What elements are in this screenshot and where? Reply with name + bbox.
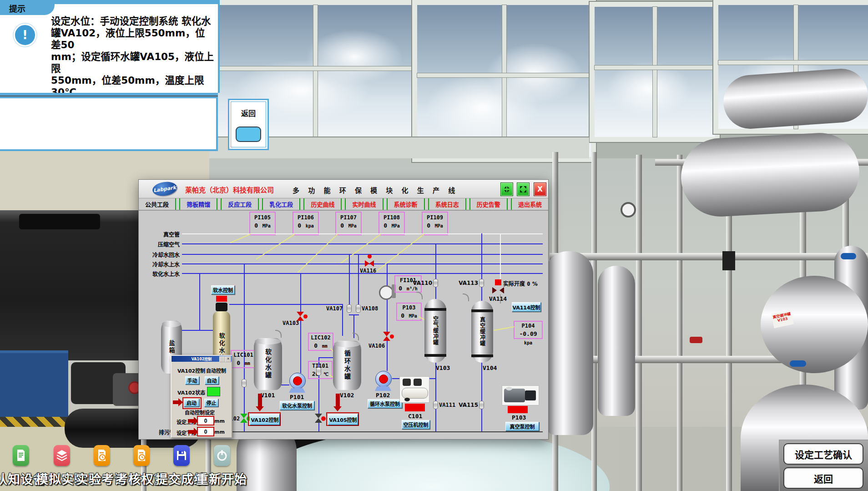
pump-P102 xyxy=(374,370,392,391)
menu-separator xyxy=(341,198,346,210)
toolbar-icon-exam[interactable] xyxy=(94,445,110,466)
vertical-tank xyxy=(598,266,635,416)
tab-realtime-curve[interactable]: 实时曲线 xyxy=(346,198,382,210)
pipe xyxy=(181,330,214,331)
process-confirm-button[interactable]: 设定工艺确认 xyxy=(783,443,863,465)
salt-tank-label: 盐箱 xyxy=(167,340,176,354)
upper-limit-input[interactable] xyxy=(197,416,214,425)
valve-VA108[interactable] xyxy=(356,304,361,313)
stop-button[interactable]: 停止 xyxy=(204,399,218,407)
document-icon xyxy=(16,449,26,462)
status-label: VA102状态 xyxy=(177,389,205,396)
popup-close-button[interactable]: x xyxy=(225,356,231,362)
tab-history-alarm[interactable]: 历史告警 xyxy=(470,198,507,210)
lower-limit-input[interactable] xyxy=(197,427,214,436)
tab-reaction-section[interactable]: 反应工段 xyxy=(222,198,258,210)
toolbar-icon-submit[interactable] xyxy=(173,445,190,466)
tank-vent xyxy=(353,333,359,340)
tab-sieve-distillation[interactable]: 筛板精馏 xyxy=(180,198,217,210)
expand-window-button[interactable] xyxy=(517,182,530,196)
blue-valve-handle xyxy=(841,253,856,259)
va105-control-button[interactable]: VA105控制 xyxy=(328,414,358,425)
company-name: 莱帕克（北京）科技有限公司 xyxy=(185,185,274,194)
production-line-title: 多 功 能 环 保 模 块 化 生 产 线 xyxy=(293,185,458,195)
tab-exit-system[interactable]: 退出系统 xyxy=(512,198,548,210)
menu-separator xyxy=(217,198,222,210)
toolbar-label[interactable]: 重新开始 xyxy=(187,470,256,487)
va102-popup: VA102控制 x VA102控制 自动控制 手动 自动 VA102状态 启动 … xyxy=(171,355,232,438)
valve-VA116[interactable] xyxy=(365,260,374,267)
tab-emulsify-section[interactable]: 乳化工段 xyxy=(263,198,299,210)
opening-row: 实际开度 0 % xyxy=(503,279,538,287)
valve-VA111[interactable] xyxy=(433,401,438,409)
toolbar-icon-cognize[interactable] xyxy=(13,445,29,466)
valve-indicator xyxy=(303,314,308,319)
valve-VA106[interactable] xyxy=(383,332,390,341)
tab-system-log[interactable]: 系统日志 xyxy=(429,198,465,210)
tank-V101: 软化水罐 xyxy=(254,338,282,390)
floppy-icon xyxy=(176,450,187,461)
menu-separator xyxy=(424,198,429,210)
toolbar-icon-weights[interactable] xyxy=(133,445,150,466)
tab-history-curve[interactable]: 历史曲线 xyxy=(304,198,341,210)
va102-control-frame: VA102控制 xyxy=(248,412,281,426)
va102-control-button[interactable]: VA102控制 xyxy=(250,414,280,425)
valve-VA103[interactable] xyxy=(297,312,304,321)
tab-system-diagnosis[interactable]: 系统诊断 xyxy=(388,198,424,210)
horizontal-buffer-tank xyxy=(679,131,861,218)
valve-VA113[interactable] xyxy=(479,279,484,287)
pipe xyxy=(387,298,388,333)
menu-separator xyxy=(175,198,180,210)
valve-VA110[interactable] xyxy=(433,279,438,287)
red-arrow-down xyxy=(336,394,340,406)
instrument-PI105: PI105 0 MPa xyxy=(249,212,276,235)
menu-separator xyxy=(258,198,263,210)
soft-water-control-button[interactable]: 软水控制 xyxy=(211,285,235,294)
tank-V104-name: 真空缓冲罐 xyxy=(479,317,486,347)
p102-control-button[interactable]: 循环水泵控制 xyxy=(368,399,402,408)
hint-topbar xyxy=(50,0,220,4)
valve-label-VA116: VA116 xyxy=(360,268,376,274)
pipe-label-cool-return: 冷却水回水 xyxy=(151,251,180,258)
valve-VA115[interactable] xyxy=(479,401,484,409)
pipe xyxy=(300,321,301,373)
tank-V103-tag: V103 xyxy=(436,364,450,371)
horizontal-tank-small xyxy=(722,67,868,131)
shrink-window-button[interactable] xyxy=(500,182,513,196)
tank-V101-name: 软化水罐 xyxy=(263,349,273,380)
counter-sink xyxy=(19,214,100,229)
scada-titlebar: Labpark 莱帕克（北京）科技有限公司 多 功 能 环 保 模 块 化 生 … xyxy=(139,180,548,198)
upper-limit-unit: mm xyxy=(214,418,225,424)
valve-VA114[interactable] xyxy=(492,287,504,294)
valve-VA114-actuator xyxy=(495,279,501,285)
column-valve-head xyxy=(216,303,227,311)
p101-control-button[interactable]: 软化水泵控制 xyxy=(280,401,314,410)
valve-VA107[interactable] xyxy=(347,304,352,313)
toolbar-icon-simulate[interactable] xyxy=(54,445,70,466)
pipe xyxy=(244,263,245,415)
valve-indicator xyxy=(390,334,394,339)
screen: 真空缓冲罐 V103 提示 ! 设定水位：手动设定控制系统 软化水 罐VA102… xyxy=(0,0,868,491)
layers-icon xyxy=(56,450,67,461)
auto-set-title: 自动控制设定 xyxy=(185,409,215,416)
instrument-PI107: PI107 0 MPa xyxy=(335,212,362,235)
pipe xyxy=(318,422,319,431)
p103-control-button[interactable]: 真空泵控制 xyxy=(505,422,539,431)
return-box-button[interactable] xyxy=(236,127,261,142)
tab-public-section[interactable]: 公共工段 xyxy=(139,198,175,210)
popup-restore-button[interactable] xyxy=(219,356,225,362)
back-button[interactable]: 返回 xyxy=(783,467,863,489)
start-button[interactable]: 启动 xyxy=(184,399,199,407)
valve-label-VA103: VA103 xyxy=(283,320,299,326)
compressor-C101-tag: C101 xyxy=(408,413,422,420)
pipe xyxy=(387,263,388,287)
instrument-PI109: PI109 0 MPa xyxy=(422,212,448,235)
c101-control-button[interactable]: 空压机控制 xyxy=(402,420,430,429)
auto-button[interactable]: 自动 xyxy=(205,376,219,385)
close-window-button[interactable]: X xyxy=(534,182,546,196)
toolbar-icon-restart[interactable] xyxy=(214,445,230,466)
manual-button[interactable]: 手动 xyxy=(185,376,199,385)
hint-line: 罐VA102，液位上限550mm，位差50 xyxy=(51,27,205,51)
tank-V103-name: 空气缓冲罐 xyxy=(432,316,439,346)
va114-control-button[interactable]: VA114控制 xyxy=(512,302,541,312)
